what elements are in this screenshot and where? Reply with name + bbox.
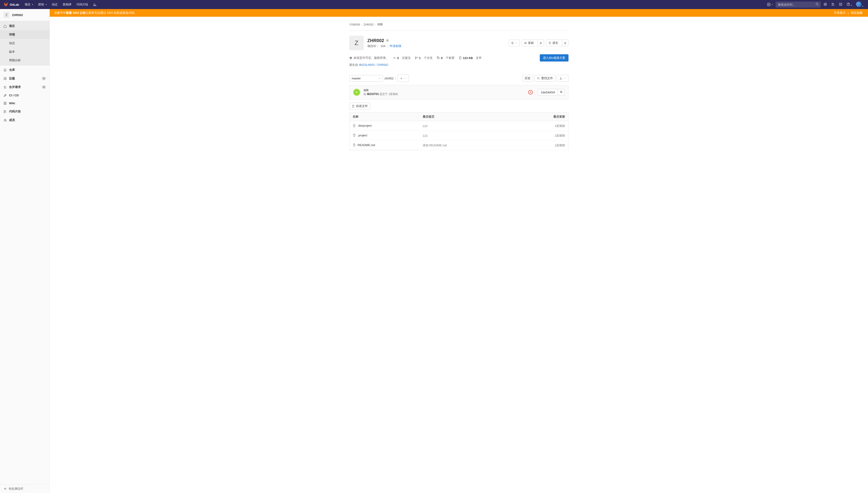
table-row[interactable]: .project1231星期前 (350, 131, 569, 141)
banner-dismiss[interactable]: 不再显示 (833, 11, 847, 15)
file-toolbar: master zhr002 / ＋ 历史 查找文件 (349, 71, 569, 85)
chart-icon (93, 3, 97, 6)
svg-point-28 (438, 57, 438, 58)
sidebar-cycle[interactable]: 周期分析 (0, 56, 49, 65)
license-stat[interactable]: 未设定许可证。版权所有。 (349, 56, 389, 60)
file-updated: 1星期前 (529, 141, 568, 150)
brand[interactable]: GitLab (3, 2, 22, 7)
sidebar-details[interactable]: 详情 (0, 30, 49, 39)
file-updated: 1星期前 (529, 121, 568, 131)
collapse-sidebar[interactable]: 收起侧边栏 (0, 484, 49, 493)
file-updated: 1星期前 (529, 131, 568, 141)
copy-sha-button[interactable] (558, 89, 564, 95)
breadcrumbs: YSW006 › ZHR002 › 详情 (349, 21, 569, 31)
sidebar-cicd[interactable]: CI / CD (0, 91, 49, 99)
project-name: ZHR002 (367, 38, 401, 43)
nav-todos[interactable] (838, 1, 844, 8)
find-file-button[interactable]: 查找文件 (534, 75, 555, 82)
sidebar-members[interactable]: 成员 (0, 116, 49, 124)
sidebar-releases[interactable]: 版本 (0, 47, 49, 56)
svg-rect-2 (824, 3, 827, 5)
file-table: 名称 最后提交 最后更新 .ibizproject1231星期前.project… (349, 112, 569, 150)
enter-ibiz-button[interactable]: 进入iBiz超级方案 (540, 54, 569, 62)
star-count: 0 (537, 40, 544, 46)
sidebar-wiki[interactable]: Wiki (0, 99, 49, 107)
file-name[interactable]: .ibizproject (350, 121, 420, 130)
file-icon (353, 124, 356, 127)
banner-remind[interactable]: 稍后提醒 (850, 11, 864, 15)
x-icon (529, 91, 532, 93)
breadcrumb-project[interactable]: ZHR002 (363, 23, 374, 26)
tags-stat[interactable]: 0 个标签 (437, 56, 454, 60)
svg-point-11 (5, 78, 6, 79)
commit-avatar (353, 89, 360, 96)
nav-projects[interactable]: 项目 (22, 0, 36, 9)
nav-groups[interactable]: 群组 (36, 0, 49, 9)
book-icon (3, 102, 7, 105)
file-commit[interactable]: 123 (420, 131, 529, 141)
file-commit[interactable]: 添加 README.md (420, 141, 529, 150)
commit-sha: 2de58450 (538, 89, 565, 96)
nav-help[interactable] (845, 1, 853, 8)
file-name[interactable]: README.md (350, 141, 420, 150)
search-input[interactable] (776, 2, 821, 8)
history-button[interactable]: 历史 (522, 75, 533, 82)
request-access-link[interactable]: 申请权限 (390, 44, 401, 48)
download-icon (559, 77, 562, 80)
branches-stat[interactable]: 1 个分支 (415, 56, 432, 60)
sidebar-project[interactable]: 项目 (0, 22, 49, 30)
chevrons-left-icon (3, 487, 7, 491)
notification-button[interactable] (509, 40, 520, 46)
sidebar-snippets[interactable]: 代码片段 (0, 107, 49, 116)
fork-button[interactable]: 派生 0 (546, 40, 569, 46)
file-name[interactable]: .project (350, 131, 420, 140)
commit-author[interactable]: IBZGIT01 (367, 92, 379, 96)
pipeline-status-failed[interactable] (528, 90, 533, 94)
add-file-button[interactable]: ＋ (397, 74, 409, 82)
top-right (765, 0, 865, 9)
path-root[interactable]: zhr002 (384, 77, 394, 80)
breadcrumb-owner[interactable]: YSW006 (349, 23, 360, 26)
mr-badge: 0 (42, 85, 46, 89)
svg-point-3 (825, 4, 826, 5)
chevron-down-icon (404, 77, 406, 79)
svg-rect-10 (4, 77, 6, 80)
nav-snippets[interactable]: 代码片段 (74, 0, 90, 9)
plus-menu[interactable] (765, 1, 774, 8)
banner-ssh-link[interactable]: 新建 SSH 公钥 (66, 11, 85, 15)
commit-meta: 由 IBZGIT01 提交于 1星期前 (363, 92, 525, 96)
branch-select[interactable]: master (349, 75, 383, 82)
brand-label: GitLab (10, 3, 19, 6)
nav-analytics[interactable] (91, 0, 99, 8)
fork-source-link[interactable]: IBIZSLN001 / ZHR002 (359, 63, 388, 66)
project-subtitle: 项目ID： 104 | 申请权限 (367, 44, 401, 48)
commits-stat[interactable]: 2 次提交 (393, 56, 411, 60)
commit-title[interactable]: 123 (363, 88, 525, 92)
home-icon (3, 24, 7, 28)
file-icon (459, 56, 462, 60)
files-stat[interactable]: 123 KB 文件 (459, 56, 482, 60)
main: 在账号中 新建 SSH 公钥 之前将无法通过 SSH 拉取或推送代码。 不再显示… (50, 9, 868, 493)
banner-prefix: 在账号中 (54, 11, 66, 15)
file-commit[interactable]: 123 (420, 121, 529, 131)
sidebar-repo[interactable]: 仓库 (0, 66, 49, 74)
download-button[interactable] (557, 75, 569, 82)
table-row[interactable]: .ibizproject1231星期前 (350, 121, 569, 131)
table-row[interactable]: README.md添加 README.md1星期前 (350, 141, 569, 150)
tag-icon (437, 56, 440, 60)
readme-button[interactable]: 自述文件 (349, 103, 370, 109)
sidebar-project-title[interactable]: Z ZHR002 (0, 9, 49, 21)
nav-activity[interactable]: 动态 (49, 0, 60, 9)
nav-issues[interactable] (822, 1, 828, 8)
sidebar: Z ZHR002 项目 详情 动态 版本 周期分析 仓库 议题0 合并请求0 C… (0, 9, 50, 493)
sidebar-issues[interactable]: 议题0 (0, 74, 49, 83)
nav-milestones[interactable]: 里程碑 (60, 0, 74, 9)
sha-text[interactable]: 2de58450 (538, 89, 558, 95)
nav-merge-requests[interactable] (830, 1, 836, 8)
sidebar-activity[interactable]: 动态 (0, 39, 49, 47)
star-button[interactable]: 星标 0 (521, 40, 544, 46)
sidebar-merge-requests[interactable]: 合并请求0 (0, 83, 49, 91)
user-menu[interactable] (855, 0, 865, 9)
search-icon[interactable] (815, 2, 819, 7)
svg-point-1 (816, 3, 818, 5)
